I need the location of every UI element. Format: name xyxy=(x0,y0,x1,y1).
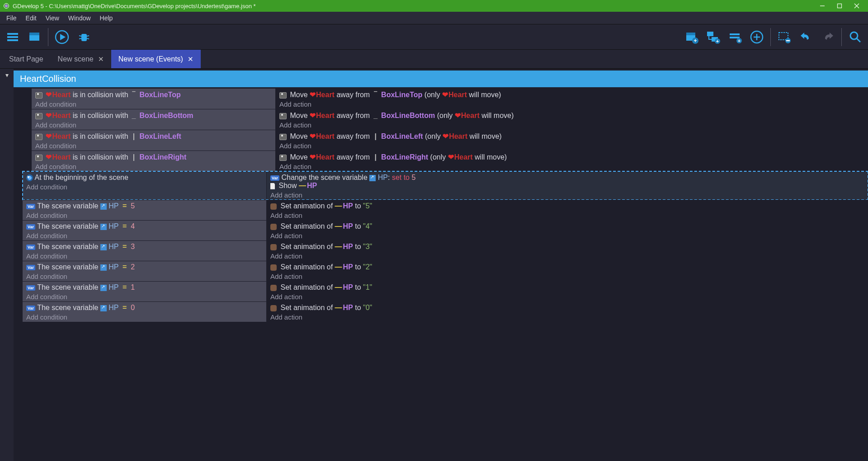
add-action-link[interactable]: Add action xyxy=(270,191,864,199)
add-condition-link[interactable]: Add condition xyxy=(26,273,263,280)
action-line[interactable]: Set animation of HP to "5" xyxy=(270,202,864,210)
add-condition-link[interactable]: Add condition xyxy=(26,232,263,240)
conditions-column[interactable]: Heart is in collision with ‾ BoxLineTop … xyxy=(32,88,276,109)
add-condition-link[interactable]: Add condition xyxy=(35,121,272,129)
add-action-link[interactable]: Add action xyxy=(279,121,864,129)
condition-line[interactable]: Heart is in collision with | BoxLineRigh… xyxy=(35,153,272,161)
tab-new-scene-events[interactable]: New scene (Events) ✕ xyxy=(111,50,201,68)
preview-button[interactable] xyxy=(52,27,72,47)
close-window-button[interactable] xyxy=(848,0,865,12)
action-line[interactable]: Move Heart away from | BoxLineRight (onl… xyxy=(279,153,864,161)
add-condition-link[interactable]: Add condition xyxy=(26,293,263,301)
actions-column[interactable]: Move Heart away from | BoxLineRight (onl… xyxy=(276,151,868,171)
close-icon[interactable]: ✕ xyxy=(188,55,193,63)
event-row[interactable]: Heart is in collision with | BoxLineLeft… xyxy=(32,130,868,151)
action-line[interactable]: Set animation of HP to "0" xyxy=(270,304,864,312)
action-line[interactable]: Set animation of HP to "3" xyxy=(270,243,864,251)
actions-column[interactable]: Set animation of HP to "3" Add action xyxy=(267,240,868,261)
tab-new-scene[interactable]: New scene ✕ xyxy=(51,50,111,68)
redo-button[interactable] xyxy=(818,27,838,47)
condition-line[interactable]: Var The scene variable HP = 1 xyxy=(26,283,263,292)
menu-help[interactable]: Help xyxy=(95,13,118,24)
add-condition-link[interactable]: Add condition xyxy=(26,313,263,321)
menu-window[interactable]: Window xyxy=(64,13,95,24)
add-subevent-button[interactable]: + xyxy=(703,27,723,47)
condition-line[interactable]: Var The scene variable HP = 3 xyxy=(26,243,263,251)
conditions-column[interactable]: Var The scene variable HP = 0 Add condit… xyxy=(23,301,267,322)
add-condition-link[interactable]: Add condition xyxy=(35,100,272,108)
event-row[interactable]: Var The scene variable HP = 5 Add condit… xyxy=(23,200,868,220)
action-line[interactable]: Move Heart away from | BoxLineLeft (only… xyxy=(279,132,864,141)
add-action-link[interactable]: Add action xyxy=(279,142,864,150)
conditions-column[interactable]: Var The scene variable HP = 4 Add condit… xyxy=(23,220,267,240)
add-action-link[interactable]: Add action xyxy=(270,293,864,301)
event-row[interactable]: At the beginning of the scene Add condit… xyxy=(23,171,868,200)
action-line[interactable]: Set animation of HP to "4" xyxy=(270,222,864,230)
export-button[interactable] xyxy=(24,27,44,47)
close-icon[interactable]: ✕ xyxy=(98,55,104,63)
condition-line[interactable]: Var The scene variable HP = 2 xyxy=(26,263,263,271)
event-row[interactable]: Heart is in collision with | BoxLineRigh… xyxy=(32,151,868,171)
tab-start-page[interactable]: Start Page xyxy=(2,50,51,68)
event-group-header[interactable]: HeartCollision xyxy=(14,71,868,87)
condition-line[interactable]: Heart is in collision with ‾ BoxLineTop xyxy=(35,90,272,99)
condition-line[interactable]: At the beginning of the scene xyxy=(26,174,263,182)
conditions-column[interactable]: At the beginning of the scene Add condit… xyxy=(23,171,267,200)
condition-line[interactable]: Heart is in collision with _ BoxLineBott… xyxy=(35,111,272,120)
maximize-button[interactable] xyxy=(831,0,848,12)
conditions-column[interactable]: Var The scene variable HP = 3 Add condit… xyxy=(23,240,267,261)
add-comment-button[interactable]: + xyxy=(725,27,745,47)
minimize-button[interactable] xyxy=(814,0,831,12)
delete-event-button[interactable] xyxy=(774,27,794,47)
event-row[interactable]: Var The scene variable HP = 2 Add condit… xyxy=(23,261,868,281)
condition-line[interactable]: Var The scene variable HP = 0 xyxy=(26,304,263,312)
debug-button[interactable] xyxy=(74,27,94,47)
add-event-button[interactable]: + xyxy=(682,27,702,47)
add-action-link[interactable]: Add action xyxy=(270,212,864,219)
add-condition-link[interactable]: Add condition xyxy=(35,163,272,170)
actions-column[interactable]: Set animation of HP to "0" Add action xyxy=(267,301,868,322)
actions-column[interactable]: Var Change the scene variable HP: set to… xyxy=(267,171,868,200)
actions-column[interactable]: Set animation of HP to "5" Add action xyxy=(267,200,868,220)
action-line[interactable]: Move Heart away from ‾ BoxLineTop (only … xyxy=(279,90,864,99)
event-row[interactable]: Var The scene variable HP = 0 Add condit… xyxy=(23,301,868,322)
action-line[interactable]: Set animation of HP to "2" xyxy=(270,263,864,271)
action-line[interactable]: Move Heart away from _ BoxLineBottom (on… xyxy=(279,111,864,120)
menu-edit[interactable]: Edit xyxy=(21,13,41,24)
add-action-link[interactable]: Add action xyxy=(279,163,864,170)
menu-view[interactable]: View xyxy=(41,13,64,24)
project-manager-button[interactable] xyxy=(3,27,23,47)
conditions-column[interactable]: Var The scene variable HP = 5 Add condit… xyxy=(23,200,267,220)
add-condition-link[interactable]: Add condition xyxy=(26,212,263,219)
actions-column[interactable]: Move Heart away from | BoxLineLeft (only… xyxy=(276,130,868,151)
event-row[interactable]: Heart is in collision with ‾ BoxLineTop … xyxy=(32,88,868,109)
menu-file[interactable]: File xyxy=(2,13,21,24)
condition-line[interactable]: Heart is in collision with | BoxLineLeft xyxy=(35,132,272,141)
event-row[interactable]: Heart is in collision with _ BoxLineBott… xyxy=(32,109,868,130)
action-line[interactable]: Set animation of HP to "1" xyxy=(270,283,864,292)
search-events-button[interactable] xyxy=(845,27,865,47)
add-condition-link[interactable]: Add condition xyxy=(35,142,272,150)
actions-column[interactable]: Move Heart away from ‾ BoxLineTop (only … xyxy=(276,88,868,109)
conditions-column[interactable]: Heart is in collision with | BoxLineLeft… xyxy=(32,130,276,151)
conditions-column[interactable]: Var The scene variable HP = 1 Add condit… xyxy=(23,281,267,301)
actions-column[interactable]: Set animation of HP to "2" Add action xyxy=(267,261,868,281)
add-condition-link[interactable]: Add condition xyxy=(26,252,263,260)
condition-line[interactable]: Var The scene variable HP = 4 xyxy=(26,222,263,230)
add-action-link[interactable]: Add action xyxy=(270,252,864,260)
add-condition-link[interactable]: Add condition xyxy=(26,183,263,191)
conditions-column[interactable]: Heart is in collision with _ BoxLineBott… xyxy=(32,109,276,130)
conditions-column[interactable]: Heart is in collision with | BoxLineRigh… xyxy=(32,151,276,171)
event-row[interactable]: Var The scene variable HP = 3 Add condit… xyxy=(23,240,868,261)
actions-column[interactable]: Set animation of HP to "4" Add action xyxy=(267,220,868,240)
actions-column[interactable]: Set animation of HP to "1" Add action xyxy=(267,281,868,301)
event-row[interactable]: Var The scene variable HP = 1 Add condit… xyxy=(23,281,868,301)
add-action-link[interactable]: Add action xyxy=(279,100,864,108)
add-action-link[interactable]: Add action xyxy=(270,232,864,240)
actions-column[interactable]: Move Heart away from _ BoxLineBottom (on… xyxy=(276,109,868,130)
condition-line[interactable]: Var The scene variable HP = 5 xyxy=(26,202,263,210)
action-line[interactable]: Show HP xyxy=(270,182,864,190)
conditions-column[interactable]: Var The scene variable HP = 2 Add condit… xyxy=(23,261,267,281)
add-action-link[interactable]: Add action xyxy=(270,313,864,321)
collapse-icon[interactable]: ▾ xyxy=(5,71,9,79)
